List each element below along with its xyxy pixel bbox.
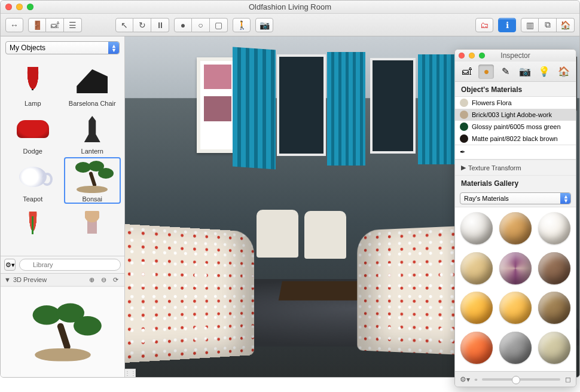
material-swatch[interactable] xyxy=(499,332,532,364)
tab-camera[interactable]: 📷 xyxy=(517,65,533,79)
material-swatch[interactable] xyxy=(460,252,493,284)
titlebar: Oldfashion Living Room xyxy=(1,1,579,14)
material-row[interactable]: Flowers Flora xyxy=(455,97,576,109)
tab-materials[interactable]: ● xyxy=(478,65,494,79)
texture-transform-row[interactable]: ▶ Texture Transform xyxy=(455,160,576,175)
material-row[interactable]: Matte paint/8022 black brown xyxy=(455,133,576,145)
thumbnail-size-slider[interactable] xyxy=(482,378,560,381)
camera-button[interactable]: 📷 xyxy=(255,18,273,32)
gear-icon[interactable]: ⚙▾ xyxy=(460,375,470,384)
layout-3d-button[interactable]: ⧉ xyxy=(539,18,557,32)
gallery-category-select[interactable]: Ray's Materials ▲▼ xyxy=(460,192,571,204)
tab-edit[interactable]: ✎ xyxy=(498,65,514,79)
preview-header[interactable]: ▼ 3D Preview ⊕ ⊖ ⟳ xyxy=(1,273,124,286)
house-icon: 🏠 xyxy=(558,66,570,77)
eyedropper-icon: ✒ xyxy=(460,148,465,156)
view-furniture-button[interactable]: 🛋 xyxy=(46,18,64,32)
inspector-window-controls xyxy=(459,53,485,59)
small-thumb-icon[interactable]: ▫ xyxy=(475,375,477,384)
material-swatch[interactable] xyxy=(538,212,570,244)
object-person[interactable] xyxy=(64,205,121,244)
zoom-icon[interactable] xyxy=(27,4,33,10)
arrows-icon: ↔ xyxy=(10,20,19,30)
inspector-panel: Inspector 🛋 ● ✎ 📷 💡 🏠 Object's Materials… xyxy=(454,49,576,387)
minimize-icon[interactable] xyxy=(469,53,475,59)
material-swatch[interactable] xyxy=(460,212,493,244)
camera-icon: 📷 xyxy=(519,66,531,77)
materials-heading: Object's Materials xyxy=(455,82,576,96)
teapot-icon xyxy=(19,167,47,187)
close-icon[interactable] xyxy=(459,53,465,59)
material-swatch-icon xyxy=(460,99,468,107)
object-label: Teapot xyxy=(5,195,60,203)
material-swatch[interactable] xyxy=(499,292,532,324)
present-button[interactable]: 🗂 xyxy=(475,18,493,32)
inspector-footer: ⚙▾ ▫ ◻ xyxy=(455,371,576,387)
tool-group: ↖ ↻ ⏸ xyxy=(115,18,169,32)
material-row[interactable]: Glossy paint/6005 moss green xyxy=(455,121,576,133)
minimize-icon[interactable] xyxy=(16,4,23,10)
material-swatch[interactable] xyxy=(538,252,570,284)
material-swatch-icon xyxy=(460,134,468,143)
pause-tool-button[interactable]: ⏸ xyxy=(151,18,169,32)
zoom-in-icon[interactable]: ⊕ xyxy=(86,276,97,284)
chair-icon xyxy=(77,69,108,93)
material-swatch[interactable] xyxy=(538,292,570,324)
material-swatch[interactable] xyxy=(499,212,532,244)
home-button[interactable]: 🏠 xyxy=(557,18,575,32)
object-category-select[interactable]: My Objects ▲▼ xyxy=(5,41,120,54)
material-swatch[interactable] xyxy=(460,292,493,324)
close-icon[interactable] xyxy=(5,4,12,10)
sidebar-footer: ⚙▾ 🔍 xyxy=(1,256,124,273)
triangle-right-icon: ▶ xyxy=(461,164,466,172)
object-dodge[interactable]: Dodge xyxy=(4,109,62,156)
record-dot-button[interactable]: ● xyxy=(174,18,192,32)
record-ring-button[interactable]: ○ xyxy=(192,18,210,32)
object-bonsai[interactable]: Bonsai xyxy=(64,157,121,204)
material-swatch[interactable] xyxy=(538,332,570,364)
view-door-button[interactable]: 🚪 xyxy=(28,18,46,32)
view-list-button[interactable]: ☰ xyxy=(64,18,82,32)
lamp-icon xyxy=(25,67,41,96)
material-name: Matte paint/8022 black brown xyxy=(472,135,558,142)
library-search-input[interactable] xyxy=(19,259,121,271)
record-square-button[interactable]: ▢ xyxy=(210,18,228,32)
object-lamp[interactable]: Lamp xyxy=(4,62,62,108)
tab-furniture[interactable]: 🛋 xyxy=(459,65,475,79)
zoom-icon[interactable] xyxy=(479,53,485,59)
pointer-tool-button[interactable]: ↖ xyxy=(115,18,133,32)
inspector-tabs: 🛋 ● ✎ 📷 💡 🏠 xyxy=(455,62,576,82)
nav-back-forward-button[interactable]: ↔ xyxy=(5,18,23,32)
object-teapot[interactable]: Teapot xyxy=(4,157,62,204)
zoom-out-icon[interactable]: ⊖ xyxy=(98,276,109,284)
tab-home[interactable]: 🏠 xyxy=(556,65,572,79)
object-label: Dodge xyxy=(5,148,60,155)
tab-light[interactable]: 💡 xyxy=(536,65,552,79)
object-label: Bonsai xyxy=(65,195,120,203)
material-name: Flowers Flora xyxy=(472,99,512,106)
eyedropper-row[interactable]: ✒ xyxy=(455,145,576,159)
main-toolbar: ↔ 🚪 🛋 ☰ ↖ ↻ ⏸ ● ○ ▢ 🚶 📷 🗂 ℹ ▥ ⧉ 🏠 xyxy=(1,14,579,36)
object-lantern[interactable]: Lantern xyxy=(64,109,121,156)
object-barselona-chair[interactable]: Barselona Chair xyxy=(64,62,121,108)
material-swatch[interactable] xyxy=(499,252,532,284)
zoom-reset-icon[interactable]: ⟳ xyxy=(110,276,121,284)
walk-icon: 🚶 xyxy=(237,20,247,30)
material-swatch[interactable] xyxy=(460,332,493,364)
large-thumb-icon[interactable]: ◻ xyxy=(565,375,571,384)
rotate-icon: ↻ xyxy=(139,20,146,30)
info-button[interactable]: ℹ xyxy=(498,18,516,32)
preview-section: ▼ 3D Preview ⊕ ⊖ ⟳ xyxy=(1,273,124,377)
object-tulip[interactable] xyxy=(4,205,62,244)
bonsai-preview-icon xyxy=(24,303,102,361)
walk-button[interactable]: 🚶 xyxy=(233,18,251,32)
rotate-tool-button[interactable]: ↻ xyxy=(133,18,151,32)
layout-2d-button[interactable]: ▥ xyxy=(521,18,539,32)
resize-handle[interactable]: ⋮⋮ xyxy=(125,369,136,377)
info-icon: ℹ xyxy=(506,20,509,30)
preview-title: 3D Preview xyxy=(13,276,47,283)
object-label: Lamp xyxy=(5,100,60,107)
sidebar-gear-button[interactable]: ⚙▾ xyxy=(4,259,16,271)
material-row[interactable]: Brick/003 Light Adobe-work xyxy=(455,109,576,121)
preview-viewport[interactable] xyxy=(1,286,124,377)
